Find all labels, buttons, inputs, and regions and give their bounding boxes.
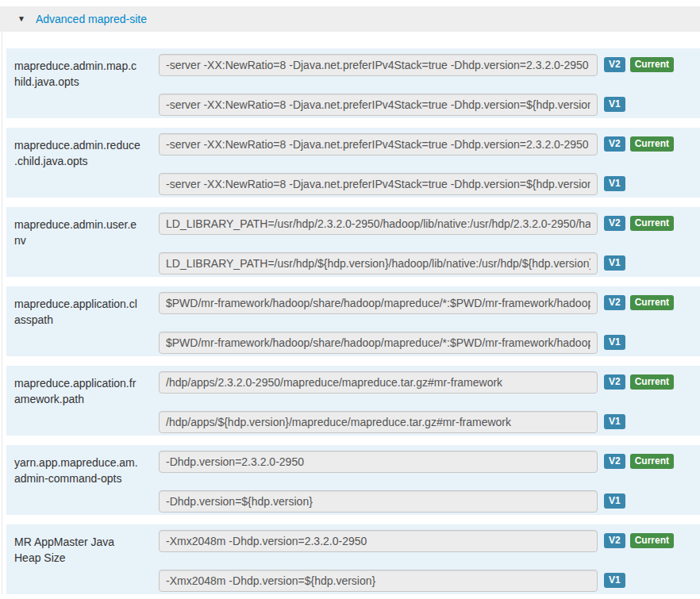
- config-row: yarn.app.mapreduce.am.admin-command-opts…: [6, 445, 700, 515]
- v1-badge: V1: [604, 176, 625, 191]
- config-compare-page: ▼ Advanced mapred-site mapreduce.admin.m…: [0, 6, 700, 599]
- current-badge: Current: [630, 57, 674, 72]
- property-name: mapreduce.application.classpath: [14, 292, 159, 356]
- v2-value-line: V2 Current: [159, 371, 700, 394]
- v1-value-input[interactable]: [159, 490, 598, 513]
- v1-value-input[interactable]: [159, 332, 598, 354]
- config-row: mapreduce.application.framework.path V2 …: [6, 366, 700, 436]
- v1-value-line: V1: [159, 94, 700, 116]
- current-badge: Current: [630, 216, 674, 231]
- v2-value-input[interactable]: [159, 530, 598, 552]
- v1-value-line: V1: [159, 570, 700, 592]
- config-row: mapreduce.application.classpath V2 Curre…: [6, 286, 700, 356]
- v2-value-input[interactable]: [159, 292, 598, 314]
- section-title-link[interactable]: Advanced mapred-site: [36, 13, 147, 25]
- config-row: mapreduce.admin.reduce.child.java.opts V…: [6, 128, 700, 198]
- v2-value-line: V2 Current: [159, 451, 700, 473]
- v2-badge: V2: [604, 454, 625, 469]
- current-badge: Current: [630, 533, 674, 548]
- property-values: V2 Current V1: [159, 530, 700, 594]
- v2-badge: V2: [604, 295, 625, 310]
- current-badge: Current: [630, 295, 674, 310]
- v1-value-input[interactable]: [159, 173, 598, 195]
- v1-value-input[interactable]: [159, 570, 598, 592]
- v2-value-input[interactable]: [159, 213, 598, 235]
- v1-value-line: V1: [159, 173, 700, 195]
- v2-value-input[interactable]: [159, 451, 598, 473]
- v2-value-input[interactable]: [159, 54, 598, 76]
- config-row: mapreduce.admin.user.env V2 Current V1: [6, 207, 700, 277]
- v1-value-input[interactable]: [159, 411, 598, 433]
- v2-value-line: V2 Current: [159, 213, 700, 235]
- section-body: mapreduce.admin.map.child.java.opts V2 C…: [2, 32, 700, 594]
- v1-value-line: V1: [159, 252, 700, 275]
- v1-value-line: V1: [159, 490, 700, 513]
- v1-badge: V1: [604, 414, 625, 429]
- property-name: MR AppMaster Java Heap Size: [14, 530, 159, 594]
- property-values: V2 Current V1: [159, 451, 700, 515]
- v1-badge: V1: [604, 255, 625, 271]
- caret-down-icon[interactable]: ▼: [17, 15, 25, 23]
- property-values: V2 Current V1: [159, 213, 700, 277]
- v2-value-line: V2 Current: [159, 530, 700, 552]
- v2-badge: V2: [604, 216, 625, 231]
- section-header-advanced-mapred-site[interactable]: ▼ Advanced mapred-site: [0, 6, 700, 32]
- v1-badge: V1: [604, 97, 625, 112]
- v2-badge: V2: [604, 57, 625, 72]
- v1-badge: V1: [604, 493, 625, 509]
- v1-badge: V1: [604, 335, 625, 350]
- current-badge: Current: [630, 136, 674, 152]
- v1-value-line: V1: [159, 411, 700, 433]
- v2-badge: V2: [604, 136, 625, 152]
- property-values: V2 Current V1: [159, 292, 700, 356]
- property-name: mapreduce.admin.map.child.java.opts: [14, 54, 159, 118]
- property-name: yarn.app.mapreduce.am.admin-command-opts: [14, 451, 159, 515]
- v1-value-input[interactable]: [159, 252, 598, 275]
- v2-value-line: V2 Current: [159, 292, 700, 314]
- property-name: mapreduce.admin.user.env: [14, 213, 159, 277]
- v2-badge: V2: [604, 374, 625, 390]
- v2-value-input[interactable]: [159, 371, 598, 394]
- v1-badge: V1: [604, 573, 625, 588]
- property-name: mapreduce.admin.reduce.child.java.opts: [14, 133, 159, 198]
- current-badge: Current: [630, 454, 674, 469]
- property-values: V2 Current V1: [159, 54, 700, 118]
- property-values: V2 Current V1: [159, 133, 700, 198]
- v1-value-input[interactable]: [159, 94, 598, 116]
- config-row: mapreduce.admin.map.child.java.opts V2 C…: [6, 48, 700, 118]
- property-name: mapreduce.application.framework.path: [14, 371, 159, 436]
- config-row: MR AppMaster Java Heap Size V2 Current V…: [6, 524, 700, 594]
- v2-value-line: V2 Current: [159, 54, 700, 76]
- v1-value-line: V1: [159, 332, 700, 354]
- current-badge: Current: [630, 374, 674, 390]
- v2-value-line: V2 Current: [159, 133, 700, 156]
- property-values: V2 Current V1: [159, 371, 700, 436]
- v2-badge: V2: [604, 533, 625, 548]
- v2-value-input[interactable]: [159, 133, 598, 156]
